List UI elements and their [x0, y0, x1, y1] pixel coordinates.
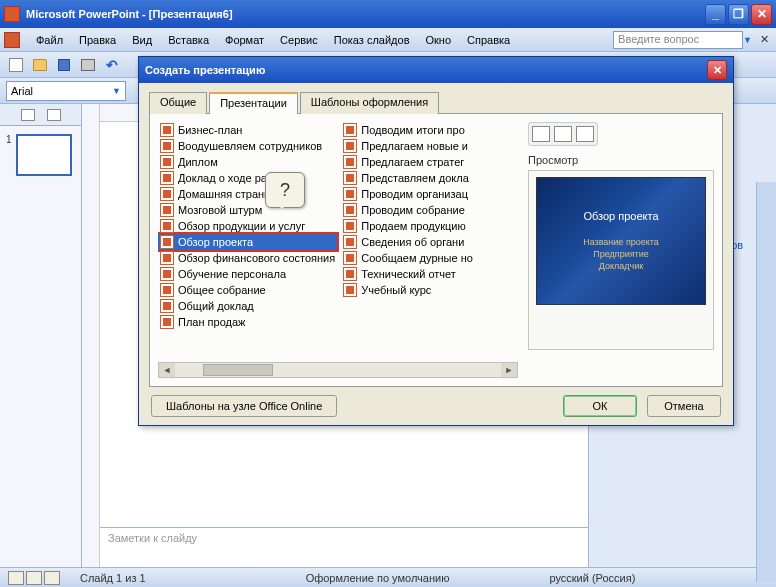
template-item[interactable]: Обучение персонала: [158, 266, 337, 282]
template-item[interactable]: Домашняя страни: [158, 186, 337, 202]
preview-sub1: Название проекта: [583, 237, 659, 247]
template-file-icon: [160, 267, 174, 281]
preview-slide: Обзор проекта Название проекта Предприят…: [536, 177, 706, 305]
template-item[interactable]: Диплом: [158, 154, 337, 170]
preview-title: Обзор проекта: [583, 210, 658, 222]
template-item[interactable]: Мозговой штурм: [158, 202, 337, 218]
template-item[interactable]: Обзор проекта: [158, 234, 337, 250]
tab-designs[interactable]: Шаблоны оформления: [300, 92, 439, 114]
slides-tab-icon[interactable]: [47, 109, 61, 121]
menu-slideshow[interactable]: Показ слайдов: [326, 32, 418, 48]
template-item[interactable]: Бизнес-план: [158, 122, 337, 138]
statusbar: Слайд 1 из 1 Оформление по умолчанию рус…: [0, 567, 776, 587]
template-item[interactable]: Учебный курс: [341, 282, 518, 298]
close-button[interactable]: ✕: [751, 4, 772, 25]
open-button[interactable]: [30, 55, 50, 75]
scroll-left-arrow[interactable]: ◄: [159, 363, 175, 377]
template-item[interactable]: Обзор финансового состояния: [158, 250, 337, 266]
menubar: Файл Правка Вид Вставка Формат Сервис По…: [0, 28, 776, 52]
template-item-label: Представляем докла: [361, 172, 469, 184]
template-item-label: План продаж: [178, 316, 245, 328]
menu-help[interactable]: Справка: [459, 32, 518, 48]
template-item-label: Обзор финансового состояния: [178, 252, 335, 264]
slide-thumbnail[interactable]: [16, 134, 72, 176]
template-item[interactable]: Подводим итоги про: [341, 122, 518, 138]
normal-view-button[interactable]: [8, 571, 24, 585]
template-file-icon: [160, 171, 174, 185]
document-icon[interactable]: [4, 32, 20, 48]
help-search-input[interactable]: Введите вопрос: [613, 31, 743, 49]
save-button[interactable]: [54, 55, 74, 75]
help-callout[interactable]: ?: [265, 172, 305, 208]
scroll-right-arrow[interactable]: ►: [501, 363, 517, 377]
menu-view[interactable]: Вид: [124, 32, 160, 48]
menu-file[interactable]: Файл: [28, 32, 71, 48]
doc-close-button[interactable]: ✕: [756, 32, 772, 48]
template-file-icon: [343, 267, 357, 281]
scroll-thumb[interactable]: [203, 364, 273, 376]
template-file-icon: [343, 203, 357, 217]
template-item[interactable]: Продаем продукцию: [341, 218, 518, 234]
new-presentation-dialog: Создать презентацию ✕ Общие Презентации …: [138, 56, 734, 426]
template-item-label: Доклад о ходе ра: [178, 172, 267, 184]
new-button[interactable]: [6, 55, 26, 75]
template-item[interactable]: Проводим собрание: [341, 202, 518, 218]
list-button[interactable]: [554, 126, 572, 142]
template-item[interactable]: Воодушевляем сотрудников: [158, 138, 337, 154]
template-file-icon: [343, 139, 357, 153]
font-combo[interactable]: Arial ▼: [6, 81, 126, 101]
maximize-button[interactable]: ❐: [728, 4, 749, 25]
template-item[interactable]: Предлагаем стратег: [341, 154, 518, 170]
template-item-label: Мозговой штурм: [178, 204, 262, 216]
tab-general[interactable]: Общие: [149, 92, 207, 114]
minimize-button[interactable]: _: [705, 4, 726, 25]
dialog-title: Создать презентацию: [145, 64, 265, 76]
template-item[interactable]: Сообщаем дурные но: [341, 250, 518, 266]
template-file-icon: [343, 171, 357, 185]
thumb-number: 1: [6, 134, 12, 176]
cancel-button[interactable]: Отмена: [647, 395, 721, 417]
template-file-icon: [343, 251, 357, 265]
vertical-ruler: [82, 104, 100, 567]
template-file-icon: [160, 155, 174, 169]
dialog-close-button[interactable]: ✕: [707, 60, 727, 80]
menu-window[interactable]: Окно: [418, 32, 460, 48]
template-item-label: Общий доклад: [178, 300, 254, 312]
outline-tab-icon[interactable]: [21, 109, 35, 121]
template-item[interactable]: План продаж: [158, 314, 337, 330]
undo-button[interactable]: ↶: [102, 55, 122, 75]
details-button[interactable]: [576, 126, 594, 142]
preview-label: Просмотр: [528, 154, 714, 166]
menu-tools[interactable]: Сервис: [272, 32, 326, 48]
template-item[interactable]: Проводим организац: [341, 186, 518, 202]
template-item[interactable]: Общий доклад: [158, 298, 337, 314]
menu-format[interactable]: Формат: [217, 32, 272, 48]
template-file-icon: [343, 123, 357, 137]
template-item[interactable]: Технический отчет: [341, 266, 518, 282]
titlebar: Microsoft PowerPoint - [Презентация6] _ …: [0, 0, 776, 28]
ok-button[interactable]: ОК: [563, 395, 637, 417]
slides-panel: 1: [0, 104, 82, 567]
template-file-icon: [160, 283, 174, 297]
template-item[interactable]: Обзор продукции и услуг: [158, 218, 337, 234]
help-dropdown-arrow[interactable]: ▼: [743, 35, 752, 45]
template-item[interactable]: Доклад о ходе ра: [158, 170, 337, 186]
template-item[interactable]: Общее собрание: [158, 282, 337, 298]
template-item[interactable]: Представляем докла: [341, 170, 518, 186]
sorter-view-button[interactable]: [26, 571, 42, 585]
horizontal-scrollbar[interactable]: ◄ ►: [158, 362, 518, 378]
print-button[interactable]: [78, 55, 98, 75]
menu-insert[interactable]: Вставка: [160, 32, 217, 48]
slideshow-view-button[interactable]: [44, 571, 60, 585]
notes-pane[interactable]: Заметки к слайду: [100, 527, 588, 567]
tab-presentations[interactable]: Презентации: [209, 92, 298, 114]
template-item-label: Подводим итоги про: [361, 124, 465, 136]
menu-edit[interactable]: Правка: [71, 32, 124, 48]
office-online-button[interactable]: Шаблоны на узле Office Online: [151, 395, 337, 417]
template-file-icon: [160, 187, 174, 201]
template-list[interactable]: Бизнес-планВоодушевляем сотрудниковДипло…: [158, 122, 518, 378]
template-item[interactable]: Предлагаем новые и: [341, 138, 518, 154]
window-title: Microsoft PowerPoint - [Презентация6]: [26, 8, 705, 20]
large-icons-button[interactable]: [532, 126, 550, 142]
template-item[interactable]: Сведения об органи: [341, 234, 518, 250]
